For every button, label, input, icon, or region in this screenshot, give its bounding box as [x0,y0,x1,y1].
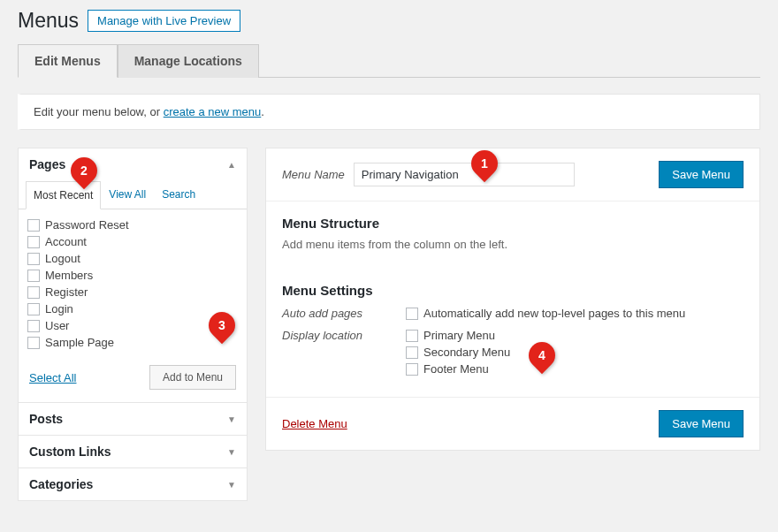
panel-pages-title: Pages [29,157,65,171]
caret-down-icon: ▼ [227,480,236,490]
checkbox[interactable] [27,337,40,349]
add-to-menu-button[interactable]: Add to Menu [149,365,236,390]
checkbox[interactable] [27,253,40,265]
pages-inner-tabs: Most Recent View All Search [19,180,247,209]
menu-name-label: Menu Name [282,168,345,181]
auto-add-pages-label: Auto add pages [282,305,406,320]
save-menu-button-top[interactable]: Save Menu [659,161,744,188]
menu-edit-box: Menu Name Save Menu Menu Structure Add m… [265,148,760,451]
display-loc-primary[interactable]: Primary Menu [406,327,510,344]
panel-pages: Pages ▲ Most Recent View All Search Pass… [18,148,248,402]
list-item[interactable]: Logout [27,250,241,267]
menu-name-input[interactable] [354,163,575,186]
checkbox[interactable] [406,363,418,376]
notice: Edit your menu below, or create a new me… [18,94,760,130]
panel-custom-links-header[interactable]: Custom Links ▼ [19,436,247,467]
caret-down-icon: ▼ [227,414,236,424]
checkbox[interactable] [27,270,40,282]
panel-categories-header[interactable]: Categories ▼ [19,468,247,500]
list-item[interactable]: Login [27,300,241,317]
display-loc-footer[interactable]: Footer Menu [406,361,510,377]
pages-tab-view-all[interactable]: View All [101,180,154,209]
panel-posts: Posts ▼ [18,402,248,435]
panel-custom-links: Custom Links ▼ [18,435,248,467]
menu-settings-heading: Menu Settings [282,283,744,298]
checkbox[interactable] [406,330,418,342]
display-location-label: Display location [282,327,406,342]
list-item[interactable]: Password Reset [27,217,241,233]
list-item[interactable]: Account [27,233,241,250]
menu-structure-heading: Menu Structure [282,216,744,231]
checkbox[interactable] [27,219,40,232]
checkbox[interactable] [27,236,40,248]
list-item[interactable]: Members [27,267,241,284]
display-loc-secondary[interactable]: Secondary Menu [406,344,510,361]
save-menu-button-bottom[interactable]: Save Menu [659,410,744,437]
nav-tabs: Edit Menus Manage Locations [18,43,760,78]
list-item[interactable]: Sample Page [27,334,241,351]
caret-down-icon: ▼ [227,447,236,457]
notice-text: Edit your menu below, or [34,105,164,118]
caret-up-icon: ▲ [227,160,236,170]
page-title: Menus [18,9,79,33]
delete-menu-link[interactable]: Delete Menu [282,417,347,430]
checkbox[interactable] [27,303,40,315]
checkbox[interactable] [27,320,40,332]
pages-tab-search[interactable]: Search [154,180,203,209]
panel-posts-header[interactable]: Posts ▼ [19,403,247,435]
checkbox[interactable] [406,346,418,359]
pages-tab-most-recent[interactable]: Most Recent [26,181,101,209]
panel-pages-header[interactable]: Pages ▲ [19,148,247,180]
checkbox[interactable] [27,286,40,299]
menu-structure-help: Add menu items from the column on the le… [282,238,744,251]
tab-manage-locations[interactable]: Manage Locations [118,44,259,78]
auto-add-pages-option[interactable]: Automatically add new top-level pages to… [406,305,685,322]
select-all-link[interactable]: Select All [29,371,76,384]
create-new-menu-link[interactable]: create a new menu [164,105,262,118]
tab-edit-menus[interactable]: Edit Menus [18,44,118,78]
manage-live-preview-button[interactable]: Manage with Live Preview [88,10,240,32]
list-item[interactable]: Register [27,284,241,300]
checkbox[interactable] [406,308,418,320]
panel-categories: Categories ▼ [18,467,248,501]
